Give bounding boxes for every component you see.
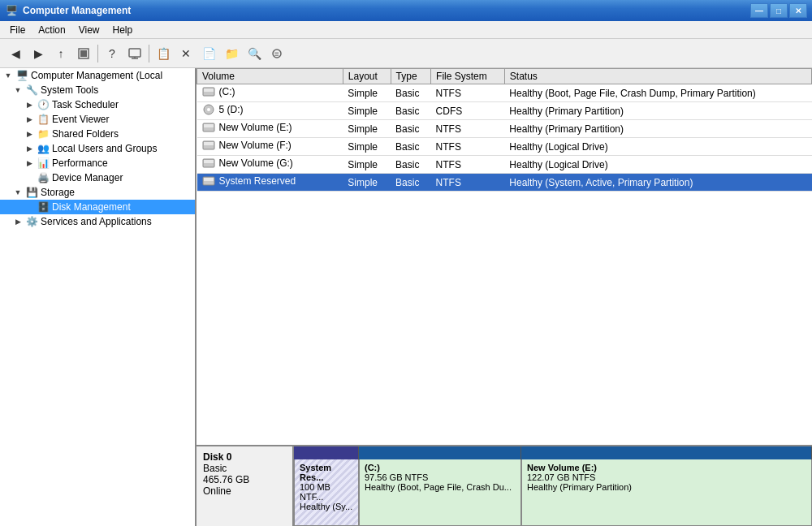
svg-rect-12: [204, 124, 214, 127]
sidebar-item-task-scheduler[interactable]: ▶ 🕐 Task Scheduler: [0, 97, 195, 112]
content-area: Volume Layout Type File System Status (C…: [197, 68, 812, 526]
seg-title-e: New Volume (E:): [527, 463, 806, 472]
col-type[interactable]: Type: [391, 69, 431, 84]
device-manager-icon: 🖨️: [36, 172, 50, 183]
hdd-icon: [202, 86, 217, 97]
svg-rect-16: [204, 160, 214, 163]
drive-icon-sysreserved: System Reserved: [202, 175, 296, 187]
table-row-selected[interactable]: System Reserved Simple Basic NTFS Health…: [197, 174, 812, 192]
seg-title-sr: System Res...: [300, 463, 353, 482]
menu-help[interactable]: Help: [106, 23, 140, 37]
sidebar: ▼ 🖥️ Computer Management (Local ▼ 🔧 Syst…: [0, 68, 197, 526]
copy-button[interactable]: 📋: [153, 43, 174, 64]
disk-seg-system-reserved[interactable]: System Res... 100 MB NTF... Healthy (Sy.…: [294, 459, 359, 526]
table-row[interactable]: New Volume (F:) Simple Basic NTFS Health…: [197, 138, 812, 156]
export-button[interactable]: 📁: [221, 43, 242, 64]
col-volume[interactable]: Volume: [197, 69, 343, 84]
arrow-storage: ▼: [11, 188, 24, 196]
hdd-icon-sr: [202, 175, 217, 187]
show-hide-icon: [77, 47, 90, 60]
console-button[interactable]: [124, 43, 145, 64]
sidebar-item-system-tools[interactable]: ▼ 🔧 System Tools: [0, 83, 195, 97]
disk-type: Basic: [203, 463, 286, 474]
cell-fs: CDFS: [431, 102, 505, 120]
cell-fs: NTFS: [431, 156, 505, 174]
sidebar-item-services-applications[interactable]: ▶ ⚙️ Services and Applications: [0, 214, 195, 229]
menu-action[interactable]: Action: [32, 23, 71, 37]
table-row[interactable]: (C:) Simple Basic NTFS Healthy (Boot, Pa…: [197, 84, 812, 102]
col-filesystem[interactable]: File System: [431, 69, 505, 84]
disk-name: Disk 0: [203, 451, 286, 463]
svg-rect-2: [129, 49, 140, 57]
menu-view[interactable]: View: [72, 23, 106, 37]
bar-seg-1: [294, 446, 359, 459]
col-layout[interactable]: Layout: [343, 69, 391, 84]
disk-info: Disk 0 Basic 465.76 GB Online: [197, 446, 294, 526]
computer-management-icon: 🖥️: [15, 70, 29, 81]
arrow-system-tools: ▼: [11, 86, 24, 94]
cell-fs: NTFS: [431, 174, 505, 192]
disk-segments: System Res... 100 MB NTF... Healthy (Sy.…: [294, 459, 812, 526]
cell-volume: System Reserved: [197, 174, 343, 192]
up-button[interactable]: ↑: [50, 43, 71, 64]
forward-button[interactable]: ▶: [28, 43, 49, 64]
sidebar-item-local-users-groups[interactable]: ▶ 👥 Local Users and Groups: [0, 141, 195, 156]
table-row[interactable]: New Volume (E:) Simple Basic NTFS Health…: [197, 120, 812, 138]
task-scheduler-icon: 🕐: [36, 99, 50, 110]
title-bar: 🖥️ Computer Management — □ ✕: [0, 0, 812, 21]
sidebar-item-storage[interactable]: ▼ 💾 Storage: [0, 185, 195, 200]
delete-button[interactable]: ✕: [175, 43, 197, 64]
cell-layout: Simple: [343, 120, 391, 138]
sidebar-item-event-viewer[interactable]: ▶ 📋 Event Viewer: [0, 112, 195, 127]
table-row[interactable]: 5 (D:) Simple Basic CDFS Healthy (Primar…: [197, 102, 812, 120]
cell-status: Healthy (Boot, Page File, Crash Dump, Pr…: [504, 84, 811, 102]
options-icon: ≡: [270, 47, 283, 60]
window-controls: — □ ✕: [750, 3, 807, 18]
table-row[interactable]: New Volume (G:) Simple Basic NTFS Health…: [197, 156, 812, 174]
seg-status-e: Healthy (Primary Partition): [527, 482, 806, 492]
help-button[interactable]: ?: [102, 43, 123, 64]
show-hide-button[interactable]: [73, 43, 94, 64]
col-status[interactable]: Status: [504, 69, 811, 84]
find-button[interactable]: 🔍: [244, 43, 265, 64]
storage-icon: 💾: [24, 187, 39, 198]
menu-bar: File Action View Help: [0, 21, 812, 39]
seg-size-c: 97.56 GB NTFS: [365, 472, 516, 482]
window-title: Computer Management: [23, 5, 131, 16]
options-button[interactable]: ≡: [266, 43, 287, 64]
cell-status: Healthy (Primary Partition): [504, 102, 811, 120]
cell-fs: NTFS: [431, 120, 505, 138]
sidebar-label-event-viewer: Event Viewer: [52, 114, 109, 125]
seg-status-c: Healthy (Boot, Page File, Crash Du...: [365, 482, 516, 492]
sidebar-label-task-scheduler: Task Scheduler: [52, 99, 119, 110]
sidebar-item-device-manager[interactable]: ▶ 🖨️ Device Manager: [0, 170, 195, 185]
menu-file[interactable]: File: [3, 23, 32, 37]
close-button[interactable]: ✕: [789, 3, 807, 18]
sidebar-label-computer-management: Computer Management (Local: [31, 70, 162, 81]
sidebar-item-computer-management[interactable]: ▼ 🖥️ Computer Management (Local: [0, 68, 195, 83]
svg-rect-1: [80, 50, 87, 57]
seg-status-sr: Healthy (Sy...: [300, 502, 353, 511]
disk-panel: Disk 0 Basic 465.76 GB Online System Res…: [197, 445, 812, 526]
cell-status: Healthy (System, Active, Primary Partiti…: [504, 174, 811, 192]
arrow-task-scheduler: ▶: [23, 101, 36, 109]
minimize-button[interactable]: —: [750, 3, 768, 18]
sidebar-item-shared-folders[interactable]: ▶ 📁 Shared Folders: [0, 127, 195, 141]
arrow-shared-folders: ▶: [23, 130, 36, 138]
hdd-icon-g: [202, 157, 217, 169]
maximize-button[interactable]: □: [770, 3, 788, 18]
disk-seg-c[interactable]: (C:) 97.56 GB NTFS Healthy (Boot, Page F…: [359, 459, 521, 526]
sidebar-item-performance[interactable]: ▶ 📊 Performance: [0, 156, 195, 170]
properties-button[interactable]: 📄: [198, 43, 219, 64]
main-container: ▼ 🖥️ Computer Management (Local ▼ 🔧 Syst…: [0, 68, 812, 526]
sidebar-item-disk-management[interactable]: ▶ 🗄️ Disk Management: [0, 200, 195, 214]
arrow-services: ▶: [11, 218, 24, 226]
toolbar-sep-2: [149, 45, 149, 63]
seg-size-e: 122.07 GB NTFS: [527, 472, 806, 482]
cell-status: Healthy (Logical Drive): [504, 138, 811, 156]
disk-seg-e[interactable]: New Volume (E:) 122.07 GB NTFS Healthy (…: [521, 459, 812, 526]
disk-table-area: Volume Layout Type File System Status (C…: [197, 68, 812, 445]
back-button[interactable]: ◀: [5, 43, 26, 64]
performance-icon: 📊: [36, 157, 50, 169]
bar-seg-3: [521, 446, 812, 459]
